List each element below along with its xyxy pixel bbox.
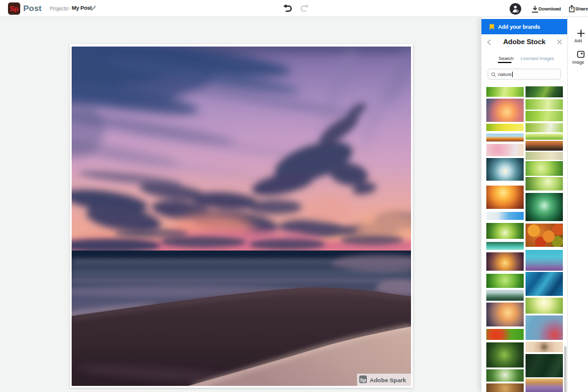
svg-text:Adobe Spark: Adobe Spark <box>370 377 407 383</box>
svg-text:Sp: Sp <box>360 377 366 383</box>
